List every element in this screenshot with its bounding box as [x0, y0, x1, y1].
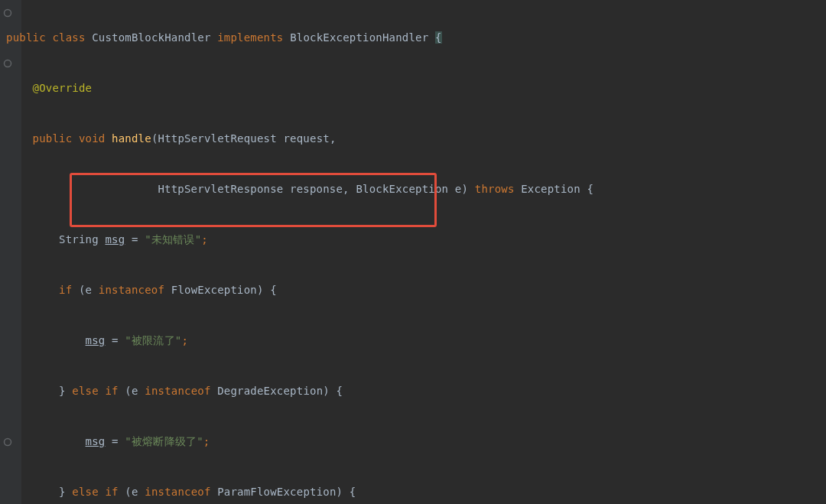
- code-line[interactable]: msg = "被熔断降级了";: [6, 429, 593, 454]
- code-line[interactable]: if (e instanceof FlowException) {: [6, 278, 593, 303]
- variable: e: [132, 385, 138, 397]
- paren: (: [119, 385, 132, 397]
- code-line[interactable]: HttpServletResponse response, BlockExcep…: [6, 177, 593, 202]
- brace: {: [435, 31, 442, 44]
- annotation: @Override: [33, 82, 93, 94]
- string-literal: "被熔断降级了": [125, 435, 203, 447]
- code-line[interactable]: public class CustomBlockHandler implemen…: [6, 25, 593, 50]
- class-ref: ParamFlowException: [217, 486, 336, 498]
- exception-type: Exception: [521, 183, 580, 195]
- keyword-implements: implements: [217, 31, 283, 44]
- equals: =: [105, 334, 125, 346]
- variable: e: [86, 284, 93, 296]
- variable: msg: [86, 435, 106, 447]
- paren: ): [337, 486, 350, 498]
- keyword-throws: throws: [475, 183, 515, 195]
- string-literal: "未知错误": [145, 233, 201, 245]
- class-ref: FlowException: [171, 284, 257, 296]
- class-ref: DegradeException: [217, 385, 323, 397]
- equals: =: [105, 435, 125, 447]
- type: String: [59, 233, 99, 245]
- keyword-instanceof: instanceof: [145, 385, 210, 397]
- paren: ): [461, 183, 468, 195]
- string-literal: "被限流了": [125, 334, 181, 346]
- comma: ,: [330, 132, 337, 145]
- param-name: request: [283, 132, 329, 145]
- brace: {: [337, 385, 343, 397]
- semicolon: ;: [181, 334, 188, 346]
- code-line[interactable]: } else if (e instanceof DegradeException…: [6, 379, 593, 404]
- paren: (: [72, 284, 85, 296]
- param-type: HttpServletRequest: [158, 132, 277, 145]
- keyword-public: public: [6, 31, 46, 44]
- code-line[interactable]: } else if (e instanceof ParamFlowExcepti…: [6, 480, 593, 504]
- paren: (: [119, 486, 132, 498]
- param-name: response: [290, 183, 343, 195]
- equals: =: [125, 233, 145, 245]
- comma: ,: [343, 183, 350, 195]
- keyword-instanceof: instanceof: [99, 284, 164, 296]
- code-line[interactable]: public void handle(HttpServletRequest re…: [6, 126, 593, 151]
- brace: }: [59, 486, 66, 498]
- brace: {: [270, 284, 277, 296]
- param-type: HttpServletResponse: [158, 183, 283, 195]
- param-type: BlockException: [356, 183, 448, 195]
- keyword-class: class: [52, 31, 85, 44]
- keyword-instanceof: instanceof: [145, 486, 210, 498]
- interface-name: BlockExceptionHandler: [290, 31, 428, 44]
- paren: ): [323, 385, 336, 397]
- code-editor[interactable]: public class CustomBlockHandler implemen…: [0, 0, 593, 504]
- variable: e: [132, 486, 138, 498]
- semicolon: ;: [201, 233, 208, 245]
- keyword-public: public: [33, 132, 73, 145]
- class-name: CustomBlockHandler: [92, 31, 210, 44]
- code-line[interactable]: @Override: [6, 76, 593, 101]
- keyword-void: void: [79, 132, 106, 145]
- code-line[interactable]: msg = "被限流了";: [6, 328, 593, 353]
- keyword-else-if: else if: [72, 486, 118, 498]
- variable: msg: [86, 334, 106, 346]
- keyword-if: if: [59, 284, 72, 296]
- keyword-else-if: else if: [72, 385, 118, 397]
- brace: {: [587, 183, 593, 195]
- code-line[interactable]: String msg = "未知错误";: [6, 227, 593, 252]
- variable: msg: [105, 233, 125, 245]
- brace: {: [350, 486, 356, 498]
- paren: ): [257, 284, 270, 296]
- semicolon: ;: [203, 435, 210, 447]
- brace: }: [59, 385, 66, 397]
- method-name: handle: [112, 132, 151, 145]
